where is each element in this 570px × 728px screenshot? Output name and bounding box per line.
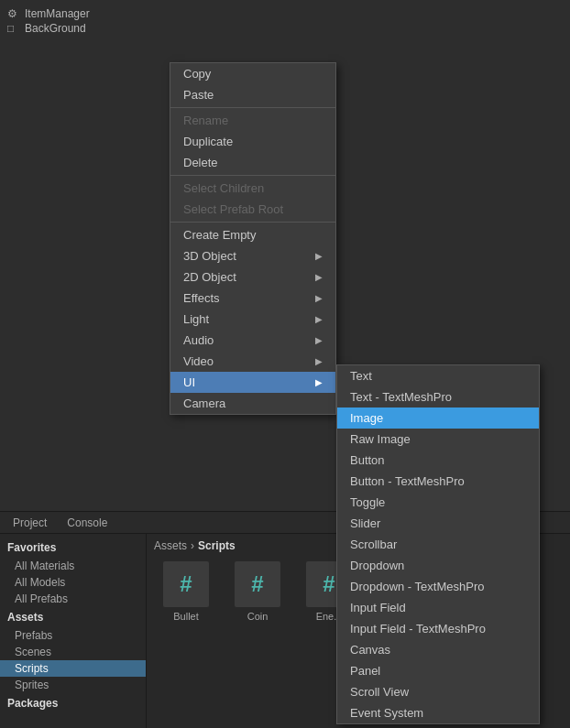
menu-video[interactable]: Video ▶: [170, 351, 335, 372]
menu-select-children: Select Children: [170, 178, 335, 199]
asset-bullet-label: Bullet: [173, 611, 199, 622]
menu-ui[interactable]: UI ▶: [170, 372, 335, 393]
hierarchy-item-background[interactable]: □ BackGround: [7, 22, 90, 35]
arrow-3d-object: ▶: [315, 251, 323, 261]
menu-rename: Rename: [170, 110, 335, 131]
sidebar-item-all-materials[interactable]: All Materials: [0, 558, 146, 574]
asset-bullet-icon: #: [163, 561, 209, 607]
divider-3: [170, 222, 335, 223]
itemmanager-icon: ⚙: [7, 7, 20, 20]
menu-create-empty[interactable]: Create Empty: [170, 224, 335, 245]
menu-effects[interactable]: Effects ▶: [170, 288, 335, 309]
menu-audio[interactable]: Audio ▶: [170, 330, 335, 351]
sidebar-item-all-prefabs[interactable]: All Prefabs: [0, 591, 146, 607]
sidebar-section-favorites: Favorites: [0, 538, 146, 558]
submenu-text-textmeshpro[interactable]: Text - TextMeshPro: [337, 386, 539, 407]
submenu-button-textmeshpro[interactable]: Button - TextMeshPro: [337, 471, 539, 492]
asset-coin-label: Coin: [247, 611, 269, 622]
arrow-audio: ▶: [315, 335, 323, 345]
sidebar-item-scripts[interactable]: Scripts: [0, 660, 146, 677]
divider-1: [170, 107, 335, 108]
sidebar-panel: Favorites All Materials All Models All P…: [0, 534, 147, 728]
menu-duplicate[interactable]: Duplicate: [170, 131, 335, 152]
hierarchy-item-label: ItemManager: [25, 7, 90, 20]
arrow-ui: ▶: [315, 377, 323, 387]
menu-2d-object[interactable]: 2D Object ▶: [170, 266, 335, 288]
submenu-canvas[interactable]: Canvas: [337, 639, 539, 660]
submenu-input-field-textmeshpro[interactable]: Input Field - TextMeshPro: [337, 618, 539, 639]
arrow-2d-object: ▶: [315, 272, 323, 282]
menu-light[interactable]: Light ▶: [170, 309, 335, 330]
submenu-scrollbar[interactable]: Scrollbar: [337, 534, 539, 555]
background-icon: □: [7, 22, 20, 35]
submenu-dropdown-textmeshpro[interactable]: Dropdown - TextMeshPro: [337, 576, 539, 597]
menu-paste[interactable]: Paste: [170, 84, 335, 105]
hierarchy-panel: ⚙ ItemManager □ BackGround: [7, 7, 90, 35]
sidebar-item-sprites[interactable]: Sprites: [0, 677, 146, 693]
hierarchy-item-label: BackGround: [25, 22, 86, 35]
sidebar-item-all-models[interactable]: All Models: [0, 574, 146, 591]
asset-bullet[interactable]: # Bullet: [154, 561, 218, 622]
menu-select-prefab-root: Select Prefab Root: [170, 199, 335, 220]
arrow-effects: ▶: [315, 293, 323, 303]
asset-coin-icon: #: [235, 561, 280, 607]
submenu-panel[interactable]: Panel: [337, 660, 539, 681]
arrow-light: ▶: [315, 314, 323, 324]
submenu-raw-image[interactable]: Raw Image: [337, 429, 539, 450]
submenu-dropdown[interactable]: Dropdown: [337, 555, 539, 576]
asset-coin[interactable]: # Coin: [225, 561, 290, 622]
submenu-event-system[interactable]: Event System: [337, 702, 539, 723]
tab-console[interactable]: Console: [58, 513, 116, 533]
divider-2: [170, 175, 335, 176]
submenu-image[interactable]: Image: [337, 407, 539, 429]
arrow-video: ▶: [315, 356, 323, 366]
submenu-scroll-view[interactable]: Scroll View: [337, 681, 539, 702]
primary-context-menu: Copy Paste Rename Duplicate Delete Selec…: [170, 62, 336, 415]
menu-copy[interactable]: Copy: [170, 63, 335, 84]
sidebar-item-prefabs[interactable]: Prefabs: [0, 627, 146, 644]
menu-3d-object[interactable]: 3D Object ▶: [170, 245, 335, 266]
submenu-input-field[interactable]: Input Field: [337, 597, 539, 618]
sidebar-section-assets: Assets: [0, 607, 146, 627]
hierarchy-item-itemmanager[interactable]: ⚙ ItemManager: [7, 7, 90, 20]
submenu-slider[interactable]: Slider: [337, 513, 539, 534]
sidebar-section-packages: Packages: [0, 693, 146, 713]
sidebar-item-scenes[interactable]: Scenes: [0, 644, 146, 660]
menu-delete[interactable]: Delete: [170, 152, 335, 173]
submenu-text[interactable]: Text: [337, 365, 539, 386]
tab-project[interactable]: Project: [4, 513, 56, 533]
menu-camera[interactable]: Camera: [170, 393, 335, 414]
submenu-toggle[interactable]: Toggle: [337, 492, 539, 513]
submenu-button[interactable]: Button: [337, 450, 539, 471]
ui-submenu: Text Text - TextMeshPro Image Raw Image …: [336, 364, 540, 724]
